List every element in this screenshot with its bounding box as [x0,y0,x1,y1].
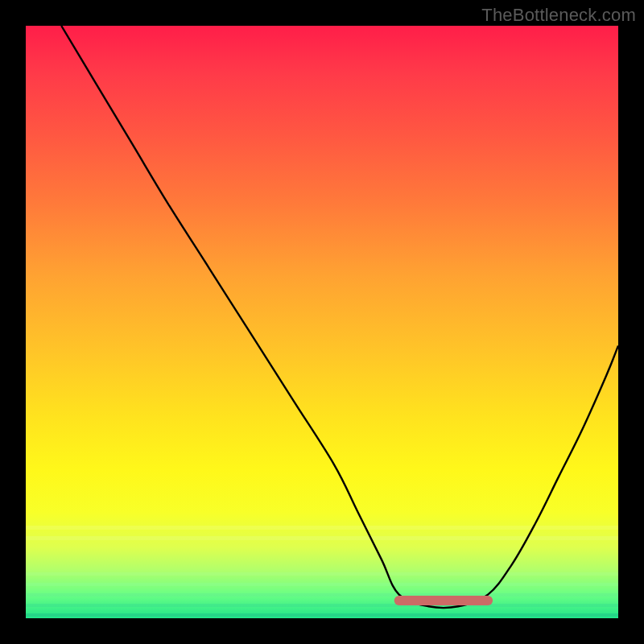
curve-layer [26,26,618,618]
chart-frame: TheBottleneck.com [0,0,644,644]
plot-area [26,26,618,618]
bottleneck-curve [61,26,618,608]
watermark-text: TheBottleneck.com [481,5,636,26]
